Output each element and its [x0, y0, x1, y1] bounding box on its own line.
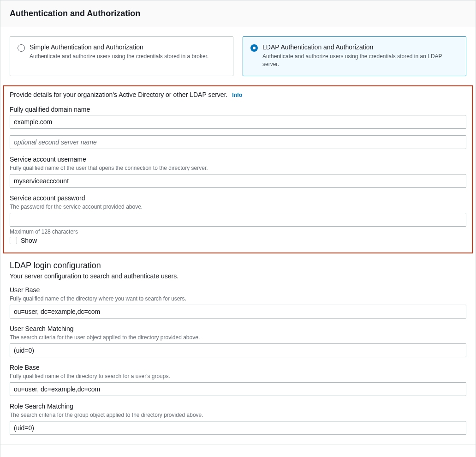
radio-icon	[18, 44, 25, 52]
option-ldap-auth[interactable]: LDAP Authentication and Authorization Au…	[243, 36, 466, 76]
field-svc-user: Service account username Fully qualified…	[10, 156, 466, 188]
show-password-label: Show	[21, 237, 37, 244]
field-hint: The search criteria for the user object …	[10, 334, 466, 341]
optional-settings-toggle[interactable]: Optional settings	[0, 454, 476, 457]
fqdn-input[interactable]	[10, 115, 466, 129]
field-hint: The search criteria for the group object…	[10, 412, 466, 418]
second-server-input[interactable]	[10, 135, 466, 149]
field-hint: Fully qualified name of the user that op…	[10, 165, 466, 171]
field-label: Fully qualified domain name	[10, 106, 466, 113]
intro-text: Provide details for your organization's …	[10, 91, 227, 98]
user-base-input[interactable]	[10, 305, 466, 319]
field-role-base: Role Base Fully qualified name of the di…	[10, 364, 466, 396]
field-hint: The password for the service account pro…	[10, 204, 466, 210]
option-text: LDAP Authentication and Authorization Au…	[262, 43, 458, 68]
option-simple-auth[interactable]: Simple Authentication and Authorization …	[10, 36, 233, 76]
option-title: Simple Authentication and Authorization	[30, 43, 208, 51]
auth-options: Simple Authentication and Authorization …	[10, 36, 466, 76]
info-link[interactable]: Info	[232, 92, 242, 98]
ldap-login-config: LDAP login configuration Your server con…	[10, 261, 466, 435]
radio-icon	[250, 44, 258, 52]
panel-title: Authentication and Authorization	[10, 9, 466, 18]
field-label: Role Search Matching	[10, 403, 466, 410]
panel-header: Authentication and Authorization	[0, 0, 476, 27]
field-role-search: Role Search Matching The search criteria…	[10, 403, 466, 435]
maxchars-hint: Maximum of 128 characters	[10, 228, 466, 235]
option-text: Simple Authentication and Authorization …	[30, 43, 208, 60]
show-password-row: Show	[10, 237, 466, 244]
role-search-input[interactable]	[10, 421, 466, 435]
divider	[0, 444, 476, 445]
field-hint: Fully qualified name of the directory wh…	[10, 295, 466, 302]
show-password-checkbox[interactable]	[10, 237, 17, 244]
section-intro: Provide details for your organization's …	[10, 91, 466, 98]
field-label: Service account username	[10, 156, 466, 163]
section-title: LDAP login configuration	[10, 261, 466, 271]
field-label: Role Base	[10, 364, 466, 371]
field-user-base: User Base Fully qualified name of the di…	[10, 286, 466, 319]
option-desc: Authenticate and authorize users using t…	[262, 53, 458, 68]
option-desc: Authenticate and authorize users using t…	[30, 53, 208, 60]
auth-panel: Authentication and Authorization Simple …	[0, 0, 476, 457]
section-sub: Your server configuration to search and …	[10, 272, 466, 280]
role-base-input[interactable]	[10, 382, 466, 396]
user-search-input[interactable]	[10, 343, 466, 357]
svc-pass-input[interactable]	[10, 213, 466, 227]
panel-content: Simple Authentication and Authorization …	[0, 27, 476, 454]
field-second-server	[10, 135, 466, 149]
ldap-details-box: Provide details for your organization's …	[3, 85, 473, 253]
field-svc-pass: Service account password The password fo…	[10, 194, 466, 244]
svc-user-input[interactable]	[10, 174, 466, 188]
field-fqdn: Fully qualified domain name	[10, 106, 466, 129]
field-user-search: User Search Matching The search criteria…	[10, 325, 466, 357]
option-title: LDAP Authentication and Authorization	[262, 43, 458, 51]
field-hint: Fully qualified name of the directory to…	[10, 373, 466, 379]
field-label: User Search Matching	[10, 325, 466, 332]
field-label: User Base	[10, 286, 466, 294]
field-label: Service account password	[10, 194, 466, 202]
